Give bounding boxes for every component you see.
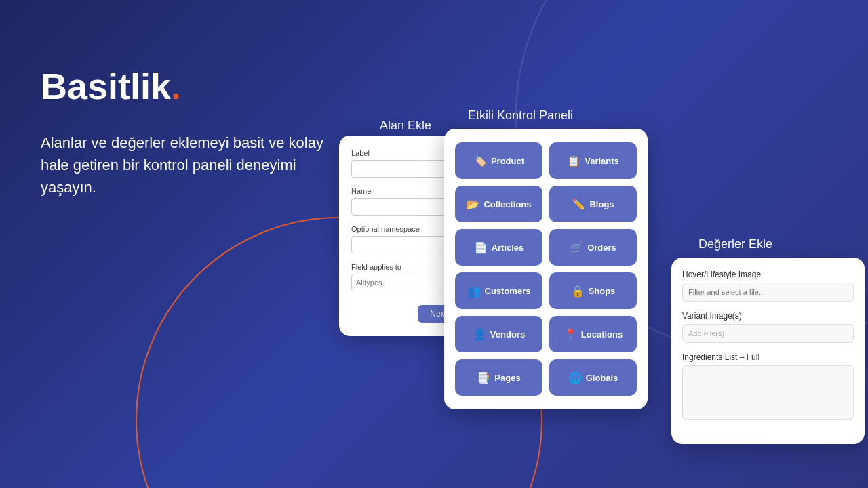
- customers-label: Customers: [485, 286, 531, 296]
- hover-image-label: Hover/Lifestyle Image: [682, 270, 854, 279]
- articles-label: Articles: [492, 243, 524, 253]
- product-icon: 🏷️: [473, 155, 487, 167]
- collections-button[interactable]: 📂 Collections: [455, 186, 542, 222]
- orders-button[interactable]: 🛒 Orders: [549, 229, 637, 266]
- collections-icon: 📂: [466, 198, 479, 211]
- pages-label: Pages: [494, 373, 520, 383]
- degerler-label: Değerler Ekle: [698, 237, 772, 251]
- add-files-button[interactable]: Add File(s): [682, 324, 854, 343]
- etkili-panel: 🏷️ Product 📋 Variants 📂 Collections ✏️ B…: [444, 129, 648, 409]
- articles-button[interactable]: 📄 Articles: [455, 229, 542, 266]
- orders-label: Orders: [587, 243, 616, 253]
- orders-icon: 🛒: [570, 241, 583, 254]
- product-button[interactable]: 🏷️ Product: [455, 142, 542, 179]
- globals-icon: 🌐: [568, 371, 582, 384]
- label-field-label: Label: [351, 149, 459, 157]
- pages-button[interactable]: 📑 Pages: [455, 359, 542, 396]
- articles-icon: 📄: [474, 241, 488, 254]
- globals-button[interactable]: 🌐 Globals: [549, 359, 637, 396]
- degerler-panel: Hover/Lifestyle Image Variant Image(s) A…: [671, 258, 865, 444]
- blogs-icon: ✏️: [572, 198, 585, 211]
- hover-image-field: Hover/Lifestyle Image: [682, 270, 854, 302]
- variants-button[interactable]: 📋 Variants: [549, 142, 637, 179]
- hover-image-input[interactable]: [682, 283, 854, 302]
- shops-button[interactable]: 🔒 Shops: [549, 272, 637, 309]
- name-field: Name: [351, 187, 459, 216]
- locations-button[interactable]: 📍 Locations: [549, 316, 637, 352]
- applies-to-label: Field applies to: [351, 263, 459, 271]
- pages-icon: 📑: [477, 371, 490, 384]
- globals-label: Globals: [586, 373, 618, 383]
- namespace-field: Optional namespace: [351, 225, 459, 253]
- logo: Basitlik.: [41, 68, 339, 104]
- blogs-button[interactable]: ✏️ Blogs: [549, 186, 637, 222]
- customers-button[interactable]: 👥 Customers: [455, 272, 542, 309]
- name-input[interactable]: [351, 198, 459, 216]
- blogs-label: Blogs: [589, 199, 614, 209]
- ingredients-label: Ingredients List – Full: [682, 352, 854, 362]
- applies-to-input[interactable]: [351, 274, 459, 291]
- label-input[interactable]: [351, 160, 459, 178]
- vendors-icon: 👤: [473, 328, 486, 341]
- product-label: Product: [491, 156, 524, 166]
- namespace-field-label: Optional namespace: [351, 225, 459, 233]
- alan-ekle-label: Alan Ekle: [380, 119, 431, 133]
- etkili-label: Etkili Kontrol Paneli: [468, 108, 573, 123]
- locations-label: Locations: [581, 329, 623, 340]
- grid-buttons: 🏷️ Product 📋 Variants 📂 Collections ✏️ B…: [455, 142, 637, 396]
- left-section: Basitlik. Alanlar ve değerler eklemeyi b…: [41, 68, 339, 199]
- customers-icon: 👥: [467, 285, 481, 298]
- panels-area: Alan Ekle Label Name Optional namespace …: [339, 88, 868, 427]
- shops-label: Shops: [589, 286, 616, 296]
- logo-dot: .: [171, 66, 181, 106]
- logo-text: Basitlik: [41, 66, 171, 106]
- applies-to-field: Field applies to: [351, 263, 459, 291]
- ingredients-field: Ingredients List – Full: [682, 352, 854, 422]
- label-field: Label: [351, 149, 459, 178]
- namespace-input[interactable]: [351, 236, 459, 253]
- variant-images-label: Variant Image(s): [682, 311, 854, 321]
- ingredients-textarea[interactable]: [682, 365, 854, 420]
- description-text: Alanlar ve değerler eklemeyi basit ve ko…: [41, 131, 339, 199]
- variants-icon: 📋: [567, 155, 580, 167]
- collections-label: Collections: [484, 199, 531, 209]
- shops-icon: 🔒: [571, 285, 585, 298]
- variants-label: Variants: [585, 156, 619, 166]
- variant-images-field: Variant Image(s) Add File(s): [682, 311, 854, 343]
- name-field-label: Name: [351, 187, 459, 195]
- locations-icon: 📍: [564, 328, 577, 341]
- vendors-label: Vendors: [490, 329, 525, 340]
- vendors-button[interactable]: 👤 Vendors: [455, 316, 542, 352]
